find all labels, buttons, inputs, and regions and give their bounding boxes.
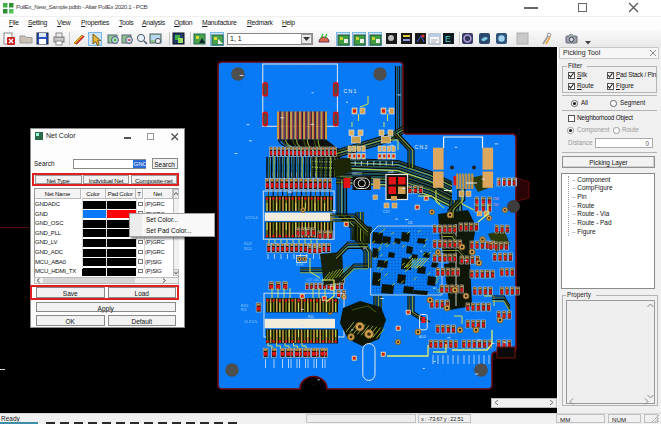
svg-text:A102: A102 <box>419 335 426 339</box>
svg-text:R10: R10 <box>308 315 314 319</box>
svg-text:E: E <box>445 34 451 44</box>
svg-text:CN2: CN2 <box>493 203 499 207</box>
svg-text:CN2: CN2 <box>415 144 429 150</box>
svg-text:U205: U205 <box>245 319 258 324</box>
svg-text:U204: U204 <box>246 215 259 220</box>
svg-text:R214: R214 <box>241 304 249 308</box>
svg-text:R13: R13 <box>241 308 247 312</box>
svg-text:R124: R124 <box>244 247 252 251</box>
svg-text:SW101: SW101 <box>352 172 362 176</box>
svg-text:R299: R299 <box>296 263 304 267</box>
svg-text:CN3: CN3 <box>493 197 499 201</box>
svg-text:CN1: CN1 <box>344 88 358 94</box>
svg-text:C117: C117 <box>383 210 390 214</box>
svg-text:U1: U1 <box>408 221 413 225</box>
svg-text:R123: R123 <box>244 242 252 246</box>
svg-text:stab: stab <box>388 170 394 174</box>
